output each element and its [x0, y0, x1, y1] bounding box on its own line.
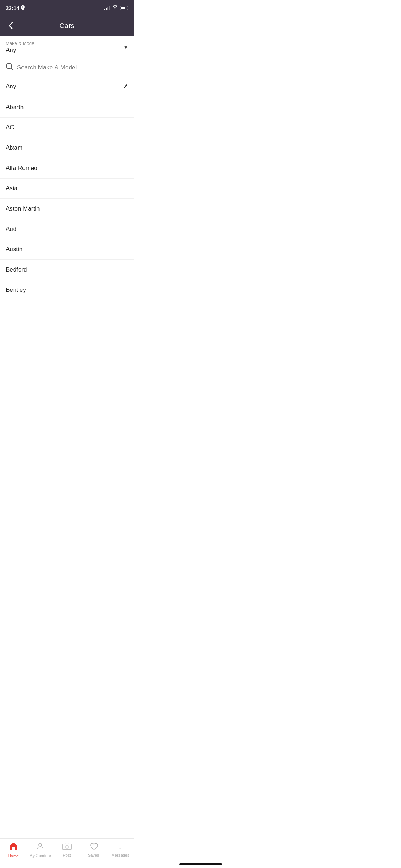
list-item[interactable]: Aston Martin	[0, 199, 134, 219]
list-item-label: Audi	[6, 226, 18, 233]
list-item-label: Austin	[6, 246, 22, 253]
battery-icon	[120, 6, 128, 10]
list-item-label: Aixam	[6, 144, 22, 151]
search-icon	[6, 63, 14, 72]
back-button[interactable]	[6, 19, 16, 32]
status-bar: 22:14	[0, 0, 134, 16]
page-title: Cars	[59, 22, 74, 30]
page: 22:14	[0, 0, 134, 330]
dropdown-arrow-icon: ▼	[124, 45, 128, 50]
list-item-label: Any	[6, 83, 16, 90]
list-item[interactable]: Aixam	[0, 138, 134, 158]
status-time: 22:14	[6, 5, 25, 11]
list-item-label: Asia	[6, 185, 17, 192]
list-item[interactable]: Bentley	[0, 280, 134, 300]
checkmark-icon: ✓	[123, 83, 128, 91]
list-item-label: Bentley	[6, 286, 26, 294]
status-icons	[104, 5, 128, 11]
time-display: 22:14	[6, 5, 19, 11]
list-item[interactable]: Any✓	[0, 76, 134, 97]
list-item[interactable]: Alfa Romeo	[0, 158, 134, 179]
list-item[interactable]: AC	[0, 118, 134, 138]
header: Cars	[0, 16, 134, 36]
list-item-label: Abarth	[6, 104, 24, 111]
location-icon	[21, 5, 25, 10]
list-item[interactable]: Austin	[0, 239, 134, 260]
make-model-label: Make & Model	[6, 41, 35, 46]
list-item[interactable]: Abarth	[0, 97, 134, 118]
make-model-info: Make & Model Any	[6, 41, 35, 54]
svg-point-0	[6, 63, 12, 69]
search-container	[0, 59, 134, 76]
list-item-label: Alfa Romeo	[6, 165, 37, 172]
list-item[interactable]: Audi	[0, 219, 134, 239]
list-item[interactable]: Bedford	[0, 260, 134, 280]
make-model-selector[interactable]: Make & Model Any ▼	[0, 36, 134, 59]
list-item-label: AC	[6, 124, 14, 131]
search-input[interactable]	[17, 64, 128, 71]
list-item[interactable]: Asia	[0, 179, 134, 199]
list-item-label: Bedford	[6, 266, 27, 273]
signal-icon	[104, 6, 110, 10]
make-model-value: Any	[6, 47, 35, 54]
car-make-list: Any✓AbarthACAixamAlfa RomeoAsiaAston Mar…	[0, 76, 134, 300]
wifi-icon	[112, 5, 118, 11]
list-item-label: Aston Martin	[6, 205, 40, 212]
